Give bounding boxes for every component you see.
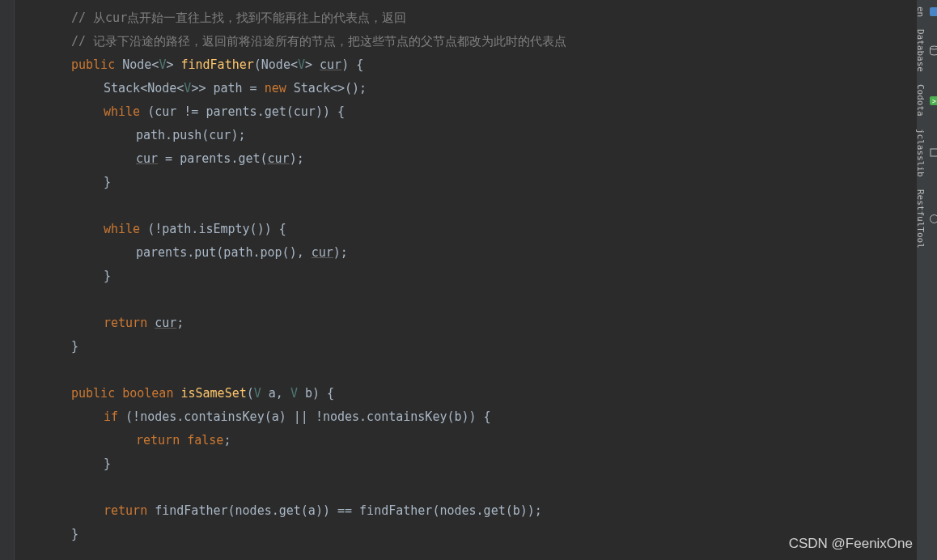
code-line[interactable]: }	[15, 265, 916, 288]
code-token: >	[305, 57, 320, 72]
code-line[interactable]: public Node<V> findFather(Node<V> cur) {	[15, 53, 916, 77]
right-sidebar: enDatabase>CodotajclasslibRestfulTool	[916, 0, 937, 560]
code-line[interactable]: }	[15, 523, 916, 546]
code-line[interactable]: return findFather(nodes.get(a)) == findF…	[15, 499, 916, 523]
code-token: public	[71, 386, 122, 401]
en-icon	[929, 6, 938, 17]
code-line[interactable]: while (cur != parents.get(cur)) {	[15, 100, 916, 124]
code-token: Node<	[122, 57, 159, 72]
code-line[interactable]	[15, 194, 916, 218]
code-line[interactable]	[15, 476, 916, 499]
code-line[interactable]: }	[15, 452, 916, 476]
svg-point-1	[930, 46, 937, 49]
code-token: cur	[320, 57, 341, 72]
tool-window-tab-codota[interactable]: >Codota	[914, 79, 938, 121]
code-token: nodes	[323, 409, 359, 424]
tool-tab-label: jclasslib	[915, 129, 926, 177]
code-token: a,	[269, 386, 290, 401]
code-area[interactable]: // 从cur点开始一直往上找，找到不能再往上的代表点，返回// 记录下沿途的路…	[15, 0, 916, 560]
codota-icon: >	[929, 95, 938, 106]
code-line[interactable]: while (!path.isEmpty()) {	[15, 218, 916, 241]
code-line[interactable]: }	[15, 335, 916, 358]
code-token: return	[104, 503, 155, 518]
code-line[interactable]: parents.put(path.pop(), cur);	[15, 241, 916, 265]
code-token: ;	[223, 433, 231, 448]
code-line[interactable]	[15, 288, 916, 312]
code-token: new	[265, 81, 294, 95]
code-token: (	[247, 386, 254, 401]
code-token: V	[290, 386, 305, 401]
code-token: if	[104, 409, 125, 424]
code-line[interactable]: // 记录下沿途的路径，返回前将沿途所有的节点，把这些节点的父节点都改为此时的代…	[15, 30, 916, 53]
code-line[interactable]: public boolean isSameSet(V a, V b) {	[15, 382, 916, 405]
code-line[interactable]: return cur;	[15, 312, 916, 335]
code-token: V	[298, 57, 305, 72]
code-token: }	[71, 339, 78, 354]
code-line[interactable]: }	[15, 171, 916, 194]
code-token: parents	[180, 151, 231, 166]
code-token: while	[104, 104, 147, 119]
code-line[interactable]: if (!nodes.containsKey(a) || !nodes.cont…	[15, 405, 916, 429]
tool-tab-label: Codota	[915, 84, 926, 117]
tool-tab-label: RestfulTool	[915, 189, 926, 248]
code-token: );	[333, 245, 348, 260]
code-line[interactable]: path.push(cur);	[15, 124, 916, 147]
code-token: parents	[136, 245, 187, 260]
restfultool-icon	[929, 214, 938, 224]
code-token: // 记录下沿途的路径，返回前将沿途所有的节点，把这些节点的父节点都改为此时的代…	[71, 34, 566, 49]
editor-container: // 从cur点开始一直往上找，找到不能再往上的代表点，返回// 记录下沿途的路…	[0, 0, 937, 560]
tool-tab-label: en	[915, 6, 926, 17]
code-token: }	[71, 527, 78, 541]
code-line[interactable]: cur = parents.get(cur);	[15, 147, 916, 171]
code-token: .get(	[231, 151, 267, 166]
code-line[interactable]: Stack<Node<V>> path = new Stack<>();	[15, 77, 916, 100]
code-token: public	[71, 57, 122, 72]
code-token: isSameSet	[180, 386, 246, 401]
code-token: return false	[136, 433, 223, 448]
code-token: Stack<Node<	[104, 81, 184, 95]
code-token: // 从cur点开始一直往上找，找到不能再往上的代表点，返回	[71, 11, 406, 25]
code-token: .containsKey(b)) {	[359, 409, 491, 424]
code-token: .get(a)) == findFather(	[272, 503, 440, 518]
code-token: >> path =	[191, 81, 264, 95]
code-token: Stack<>();	[294, 81, 367, 95]
code-token: boolean	[122, 386, 180, 401]
code-token: }	[104, 269, 111, 283]
code-line[interactable]	[15, 358, 916, 382]
code-line[interactable]: return false;	[15, 429, 916, 452]
code-token: nodes	[140, 409, 176, 424]
code-token: ) {	[341, 57, 363, 72]
code-token: );	[290, 151, 304, 166]
tool-window-tab-jclasslib[interactable]: jclasslib	[914, 124, 938, 182]
code-token: parents	[206, 104, 257, 119]
svg-rect-4	[931, 149, 938, 156]
database-icon	[929, 45, 938, 56]
code-token: nodes	[235, 503, 272, 518]
code-token: (cur !=	[147, 104, 206, 119]
code-token: }	[104, 175, 111, 189]
code-token: nodes	[439, 503, 476, 518]
svg-rect-0	[930, 7, 938, 16]
svg-text:>: >	[932, 97, 936, 104]
code-token: ;	[176, 316, 184, 330]
gutter[interactable]	[0, 0, 15, 560]
code-token: findFather	[180, 57, 253, 72]
code-line[interactable]: // 从cur点开始一直往上找，找到不能再往上的代表点，返回	[15, 6, 916, 30]
code-token: findFather(	[155, 503, 235, 518]
tool-tab-label: Database	[915, 29, 926, 72]
code-token: V	[254, 386, 269, 401]
code-token: return	[104, 316, 155, 330]
tool-window-tab-restfultool[interactable]: RestfulTool	[914, 185, 938, 253]
code-token: cur	[136, 151, 158, 166]
code-token: (Node<	[254, 57, 298, 72]
tool-window-tab-en[interactable]: en	[914, 2, 938, 22]
code-token: =	[158, 151, 180, 166]
code-token: (!	[125, 409, 140, 424]
code-token: .put(path.pop(),	[187, 245, 312, 260]
code-token: >	[166, 57, 180, 72]
code-token: while	[104, 222, 147, 236]
code-token: .containsKey(a) || !	[176, 409, 323, 424]
code-token: path.push(cur);	[136, 128, 245, 142]
tool-window-tab-database[interactable]: Database	[914, 24, 938, 77]
code-token: (!path.isEmpty()) {	[147, 222, 286, 236]
